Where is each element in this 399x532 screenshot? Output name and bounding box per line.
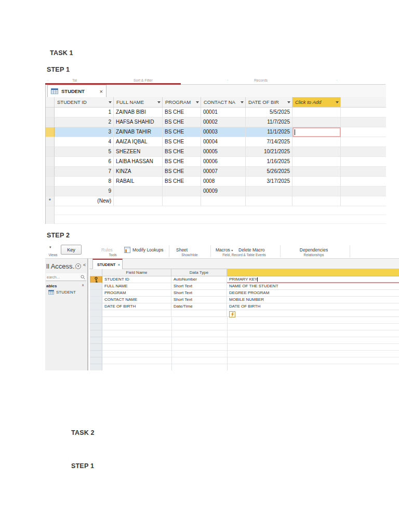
cell-program[interactable] [163, 187, 201, 196]
cell-full-name[interactable]: LAIBA HASSAN [114, 157, 163, 167]
macros-button[interactable]: Macros ▾ [216, 247, 233, 252]
field-name-cell[interactable] [102, 310, 171, 317]
field-name-cell[interactable]: DATE OF BIRTH [102, 303, 171, 310]
close-icon[interactable]: × [117, 262, 120, 267]
cell-program[interactable]: BS CHE [163, 127, 201, 137]
chevron-down-icon[interactable] [196, 101, 199, 103]
cell-contact[interactable]: 00006 [201, 157, 246, 167]
cell-dob[interactable]: 5/5/2025 [246, 108, 292, 117]
data-type-cell[interactable]: Short Text [171, 290, 227, 297]
cell-student-id[interactable]: 6 [55, 157, 114, 167]
description-cell[interactable]: DEGREE PROGRAM [227, 290, 399, 297]
cell-program[interactable] [163, 196, 201, 206]
cell-contact[interactable]: 00001 [201, 108, 246, 117]
cell-student-id[interactable]: 2 [55, 117, 114, 127]
select-all-corner[interactable] [46, 97, 55, 107]
nav-menu-icon[interactable]: ▾ [75, 263, 81, 269]
description-cell[interactable]: DATE OF BIRTH [227, 303, 399, 310]
description-cell-active[interactable]: PRIMARY KEY [227, 276, 399, 283]
record-selector[interactable] [46, 177, 55, 187]
cell-full-name[interactable]: KINZA [114, 167, 163, 177]
field-name-cell[interactable]: PROGRAM [102, 290, 171, 297]
column-header-click-to-add[interactable]: Click to Add [292, 97, 341, 107]
cell-dob[interactable]: 5/26/2025 [246, 167, 292, 177]
shutter-bar-icon[interactable]: < [83, 262, 86, 268]
cell-full-name[interactable]: SHEZEEN [114, 147, 163, 157]
record-selector[interactable] [46, 167, 55, 177]
cell-click-to-add[interactable] [292, 177, 341, 187]
row-selector[interactable] [90, 290, 102, 297]
column-header-student-id[interactable]: STUDENT ID [55, 97, 114, 107]
row-selector-primary-key[interactable] [90, 276, 102, 283]
record-selector[interactable] [46, 137, 55, 147]
cell-click-to-add[interactable] [292, 108, 341, 117]
search-icon[interactable] [81, 275, 85, 280]
record-selector[interactable] [46, 187, 55, 196]
cell-contact[interactable]: 00007 [201, 167, 246, 177]
chevron-down-icon[interactable] [109, 101, 112, 103]
description-cell[interactable]: NAME OF THE STUDENT [227, 283, 399, 290]
cell-full-name[interactable]: RABAIL [114, 177, 163, 187]
cell-student-id[interactable]: 1 [55, 108, 114, 117]
cell-program[interactable]: BS CHE [163, 167, 201, 177]
description-header-highlighted[interactable] [227, 269, 399, 276]
column-header-date-of-birth[interactable]: DATE OF BIR [246, 97, 292, 107]
cell-full-name[interactable]: ZAINAB BIBI [114, 108, 163, 117]
modify-lookups-button[interactable]: Modify Lookups [132, 247, 164, 252]
column-header-program[interactable]: PROGRAM [163, 97, 201, 107]
cell-full-name[interactable] [114, 196, 163, 206]
cell-contact[interactable]: 00009 [201, 187, 246, 196]
cell-dob[interactable] [246, 187, 292, 196]
cell-student-id[interactable]: 8 [55, 177, 114, 187]
row-selector[interactable] [90, 297, 102, 303]
column-header-contact-name[interactable]: CONTACT NA [201, 97, 246, 107]
cell-click-to-add[interactable] [292, 167, 341, 177]
cell-contact[interactable]: 00004 [201, 137, 246, 147]
property-sheet-button[interactable]: Sheet [176, 247, 188, 252]
cell-dob[interactable]: 7/14/2025 [246, 137, 292, 147]
cell-student-id[interactable]: 3 [55, 127, 114, 137]
cell-program[interactable]: BS CHE [163, 157, 201, 167]
cell-contact[interactable] [201, 196, 246, 206]
cell-program[interactable]: BS CHE [163, 177, 201, 187]
cell-full-name[interactable] [114, 187, 163, 196]
cell-click-to-add[interactable] [292, 117, 341, 127]
cell-student-id[interactable]: 7 [55, 167, 114, 177]
cell-student-id[interactable]: 5 [55, 147, 114, 157]
cell-click-to-add[interactable] [292, 137, 341, 147]
cell-contact[interactable]: 00003 [201, 127, 246, 137]
cell-program[interactable]: BS CHE [163, 108, 201, 117]
cell-dob[interactable]: 11/1/2025 [246, 127, 292, 137]
row-selector[interactable] [90, 283, 102, 290]
views-dropdown-icon[interactable]: ▾ [49, 245, 51, 249]
record-selector-current[interactable] [46, 127, 55, 137]
row-selector[interactable] [90, 303, 102, 310]
chevron-down-icon[interactable] [287, 101, 290, 103]
chevron-down-icon[interactable] [241, 101, 244, 103]
cell-click-to-add[interactable] [292, 196, 341, 206]
chevron-down-icon[interactable] [157, 101, 161, 103]
dependencies-button[interactable]: Dependencies [280, 247, 348, 252]
record-selector[interactable] [46, 157, 55, 167]
field-name-cell[interactable]: FULL NAME [102, 283, 171, 290]
record-selector[interactable] [46, 117, 55, 127]
cell-full-name[interactable]: ZAINAB TAHIR [114, 127, 163, 137]
tables-group-header[interactable]: ables [46, 284, 57, 288]
data-type-cell[interactable]: Short Text [171, 283, 227, 290]
data-type-cell[interactable]: Short Text [171, 297, 227, 303]
cell-dob[interactable]: 1/16/2025 [246, 157, 292, 167]
cell-program[interactable]: BS CHE [163, 137, 201, 147]
cell-new-record[interactable]: (New) [55, 196, 114, 206]
new-record-selector[interactable]: * [46, 196, 55, 206]
tab-student[interactable]: STUDENT × [47, 85, 107, 97]
record-selector[interactable] [46, 147, 55, 157]
cell-student-id[interactable]: 9 [55, 187, 114, 196]
data-type-cell[interactable]: AutoNumber [171, 276, 227, 283]
cell-contact[interactable]: 0008 [201, 177, 246, 187]
field-name-header[interactable]: Field Name [102, 269, 171, 276]
cell-full-name[interactable]: AAIZA IQBAL [114, 137, 163, 147]
row-selector[interactable] [90, 310, 102, 317]
description-cell[interactable]: MOBILE NUMBER [227, 297, 399, 303]
field-name-cell[interactable]: CONTACT NAME [102, 297, 171, 303]
cell-click-to-add[interactable] [292, 187, 341, 196]
